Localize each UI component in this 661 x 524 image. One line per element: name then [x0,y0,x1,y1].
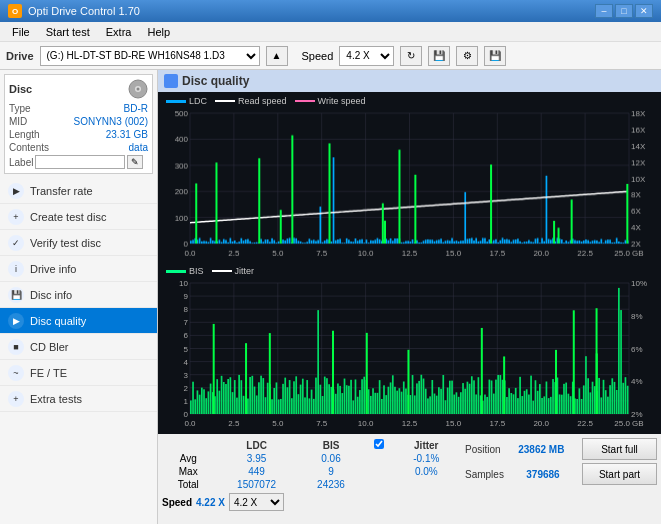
sidebar-item-verify-test-disc[interactable]: ✓ Verify test disc [0,230,157,256]
samples-label: Samples [465,469,504,480]
chart-header-icon [164,74,178,88]
title-bar-text: Opti Drive Control 1.70 [28,5,140,17]
sidebar: Disc Type BD-R MID SONYNN3 (002) Length … [0,70,158,524]
stats-avg-ldc: 3.95 [214,452,298,465]
jitter-checkbox[interactable] [374,439,384,449]
read-speed-legend-dot [215,100,235,102]
jitter-legend-dot [212,270,232,272]
chart-header: Disc quality [158,70,661,92]
start-part-button[interactable]: Start part [582,463,657,485]
disc-quality-icon: ▶ [8,313,24,329]
disc-panel-title: Disc [9,83,32,95]
legend-write-speed: Write speed [295,96,366,106]
legend-jitter: Jitter [212,266,255,276]
write-speed-legend-dot [295,100,315,102]
stats-header-jitter: Jitter [396,438,457,452]
sidebar-item-drive-info[interactable]: i Drive info [0,256,157,282]
stats-total-row: Total 1507072 24236 [162,478,457,491]
menu-help[interactable]: Help [139,24,178,40]
charts-area: LDC Read speed Write speed [158,92,661,434]
sidebar-item-cd-bler[interactable]: ■ CD Bler [0,334,157,360]
legend-read-speed: Read speed [215,96,287,106]
menu-extra[interactable]: Extra [98,24,140,40]
sidebar-item-extra-tests[interactable]: + Extra tests [0,386,157,412]
stats-total-label: Total [162,478,214,491]
refresh-button[interactable]: ↻ [400,46,422,66]
verify-test-disc-icon: ✓ [8,235,24,251]
sidebar-item-disc-info[interactable]: 💾 Disc info [0,282,157,308]
content-area: Disc quality LDC Read speed Wri [158,70,661,524]
sidebar-item-disc-quality[interactable]: ▶ Disc quality [0,308,157,334]
stats-max-ldc: 449 [214,465,298,478]
disc-panel-header: Disc [9,79,148,99]
stats-right: Position 23862 MB Start full Samples 379… [461,434,661,524]
extra-tests-icon: + [8,391,24,407]
disc-label-input[interactable] [35,155,125,169]
bottom-chart [160,278,659,432]
samples-row: Samples 379686 Start part [465,463,657,485]
svg-point-2 [137,88,140,91]
bottom-legend: BIS Jitter [160,264,659,278]
disc-info-icon: 💾 [8,287,24,303]
sidebar-item-fe-te[interactable]: ~ FE / TE [0,360,157,386]
disc-contents-row: Contents data [9,142,148,153]
save-button[interactable]: 💾 [484,46,506,66]
stats-max-label: Max [162,465,214,478]
stats-avg-row: Avg 3.95 0.06 -0.1% [162,452,457,465]
speed-select[interactable]: 4.2 X [339,46,394,66]
stats-avg-label: Avg [162,452,214,465]
disc-button[interactable]: 💾 [428,46,450,66]
position-value: 23862 MB [518,444,564,455]
sidebar-nav: ▶ Transfer rate + Create test disc ✓ Ver… [0,178,157,524]
drive-label: Drive [6,50,34,62]
stats-max-row: Max 449 9 0.0% [162,465,457,478]
stats-header-bis: BIS [299,438,363,452]
stats-header-empty [162,438,214,452]
sidebar-item-create-test-disc[interactable]: + Create test disc [0,204,157,230]
disc-type-row: Type BD-R [9,103,148,114]
stats-avg-bis: 0.06 [299,452,363,465]
drive-select[interactable]: (G:) HL-DT-ST BD-RE WH16NS48 1.D3 [40,46,260,66]
stats-max-jitter: 0.0% [396,465,457,478]
menu-file[interactable]: File [4,24,38,40]
label-edit-button[interactable]: ✎ [127,155,143,169]
stats-header-ldc: LDC [214,438,298,452]
close-button[interactable]: ✕ [635,4,653,18]
app-icon: O [8,4,22,18]
eject-button[interactable]: ▲ [266,46,288,66]
disc-label-row: Label ✎ [9,155,148,169]
legend-ldc: LDC [166,96,207,106]
samples-value: 379686 [526,469,559,480]
sidebar-item-transfer-rate[interactable]: ▶ Transfer rate [0,178,157,204]
maximize-button[interactable]: □ [615,4,633,18]
top-legend: LDC Read speed Write speed [160,94,659,108]
drive-info-icon: i [8,261,24,277]
legend-bis: BIS [166,266,204,276]
stats-total-ldc: 1507072 [214,478,298,491]
stats-total-bis: 24236 [299,478,363,491]
start-full-button[interactable]: Start full [582,438,657,460]
position-label: Position [465,444,501,455]
stats-max-bis: 9 [299,465,363,478]
position-row: Position 23862 MB Start full [465,438,657,460]
transfer-rate-icon: ▶ [8,183,24,199]
menu-bar: File Start test Extra Help [0,22,661,42]
minimize-button[interactable]: – [595,4,613,18]
speed-row: Speed 4.22 X 4.2 X [162,493,457,511]
menu-start-test[interactable]: Start test [38,24,98,40]
title-bar-left: O Opti Drive Control 1.70 [8,4,140,18]
disc-length-row: Length 23.31 GB [9,129,148,140]
chart-title: Disc quality [182,74,249,88]
stats-panel: LDC BIS Jitter Avg 3.95 0.06 [158,434,661,524]
window-controls: – □ ✕ [595,4,653,18]
speed-label: Speed [302,50,334,62]
top-chart [160,108,659,262]
settings-button[interactable]: ⚙ [456,46,478,66]
title-bar: O Opti Drive Control 1.70 – □ ✕ [0,0,661,22]
speed-select2[interactable]: 4.2 X [229,493,284,511]
disc-icon [128,79,148,99]
main-layout: Disc Type BD-R MID SONYNN3 (002) Length … [0,70,661,524]
stats-header-checkbox-col [363,438,395,452]
disc-panel: Disc Type BD-R MID SONYNN3 (002) Length … [4,74,153,174]
speed-stat-label: Speed [162,497,192,508]
